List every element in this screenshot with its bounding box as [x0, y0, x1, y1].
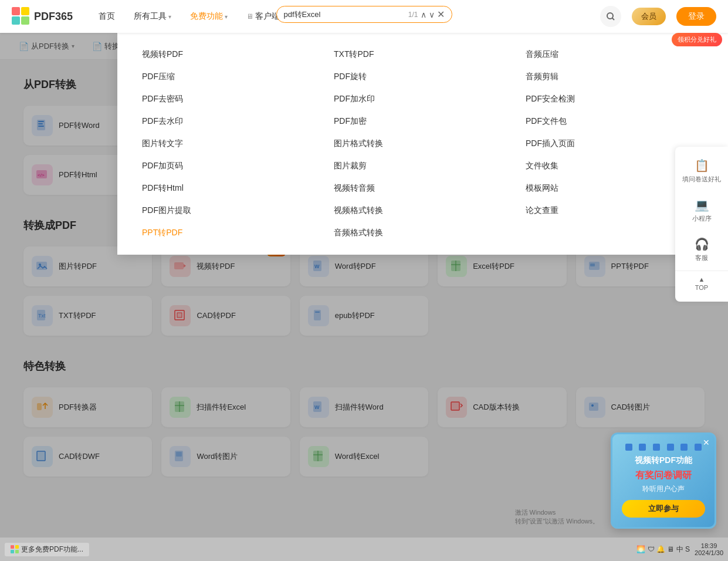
svg-rect-0: [12, 7, 20, 15]
dropdown-item-ppt[interactable]: PPT转PDF: [135, 223, 327, 243]
svg-rect-2: [12, 16, 20, 25]
taskbar-right: 🌅 🛡 🔔 🖥 中 S 18:39 2024/1/30: [636, 542, 723, 556]
deco: [653, 444, 660, 451]
promo-participate-btn[interactable]: 立即参与: [622, 500, 705, 518]
deco: [667, 444, 674, 451]
svg-rect-1: [21, 7, 29, 15]
dropdown-col-2: TXT转PDF PDF旋转 PDF加水印 PDF加密 图片格式转换 图片裁剪 视…: [327, 45, 519, 243]
logo[interactable]: PDF365: [12, 7, 73, 26]
top-label: TOP: [695, 284, 708, 291]
svg-rect-3: [21, 16, 29, 25]
customer-service-btn[interactable]: 🎧 客服: [675, 231, 728, 268]
taskbar: 更多免费PDF功能... 🌅 🛡 🔔 🖥 中 S 18:39 2024/1/30: [0, 538, 728, 561]
miniprogram-btn[interactable]: 💻 小程序: [675, 192, 728, 229]
clock-time: 18:39: [695, 542, 723, 549]
dropdown-item[interactable]: 音频格式转换: [327, 223, 519, 243]
deco: [695, 444, 702, 451]
svg-rect-56: [15, 545, 19, 549]
deco: [639, 444, 646, 451]
search-prev-btn[interactable]: ∧: [421, 10, 426, 19]
dropdown-menu: 视频转PDF PDF压缩 PDF去密码 PDF去水印 图片转文字 PDF加页码 …: [117, 33, 728, 255]
search-icon: [606, 12, 615, 21]
search-close-btn[interactable]: ✕: [437, 9, 445, 20]
promo-banner: ✕ 视频转PDF功能 有奖问卷调研 聆听用户心声 立即参与: [611, 432, 716, 529]
svg-rect-57: [11, 550, 14, 553]
member-button[interactable]: 会员: [632, 8, 666, 25]
search-count: 1/1: [408, 11, 418, 19]
logo-icon: [12, 7, 31, 26]
miniprogram-icon: 💻: [695, 198, 709, 212]
back-to-top-btn[interactable]: ▲ TOP: [675, 271, 728, 296]
taskbar-label: 更多免费PDF功能...: [21, 545, 83, 555]
dropdown-item[interactable]: PDF安全检测: [519, 89, 710, 109]
chevron-down-icon: ▾: [168, 13, 171, 20]
win-watermark-line2: 转到"设置"以激活 Windows。: [515, 517, 600, 526]
chevron-up-icon: ▲: [699, 276, 705, 283]
dropdown-item[interactable]: PDF文件包: [519, 111, 710, 131]
svg-line-5: [612, 18, 615, 21]
promo-title: 视频转PDF功能: [622, 455, 705, 466]
clock-date: 2024/1/30: [695, 549, 723, 556]
svg-rect-58: [15, 550, 19, 553]
deco: [625, 444, 632, 451]
dropdown-item[interactable]: 音频剪辑: [519, 67, 710, 87]
nav-free-features[interactable]: 免费功能 ▾: [182, 8, 236, 25]
login-button[interactable]: 登录: [676, 7, 716, 26]
taskbar-clock: 18:39 2024/1/30: [695, 542, 723, 556]
dropdown-item[interactable]: 图片格式转换: [327, 134, 519, 154]
taskbar-pdf365[interactable]: 更多免费PDF功能...: [5, 543, 89, 556]
dropdown-item[interactable]: PDF图片提取: [135, 201, 327, 221]
promo-desc: 聆听用户心声: [622, 484, 705, 494]
questionnaire-icon: 📋: [695, 158, 709, 173]
questionnaire-btn[interactable]: 📋 填问卷送好礼: [675, 153, 728, 190]
dropdown-item[interactable]: PDF压缩: [135, 67, 327, 87]
taskbar-icons: 🌅 🛡 🔔 🖥 中 S: [636, 545, 690, 555]
dropdown-item[interactable]: PDF转Html: [135, 178, 327, 198]
points-badge[interactable]: 领积分兑好礼: [672, 33, 722, 46]
search-bar: 1/1 ∧ ∨ ✕: [276, 6, 452, 23]
search-button[interactable]: [600, 6, 621, 27]
dropdown-item[interactable]: 音频压缩: [519, 45, 710, 65]
promo-subtitle: 有奖问卷调研: [622, 469, 705, 482]
dropdown-item[interactable]: 图片裁剪: [327, 156, 519, 176]
dropdown-item[interactable]: PDF加页码: [135, 156, 327, 176]
customer-service-label: 客服: [695, 254, 708, 262]
dropdown-item[interactable]: PDF加密: [327, 111, 519, 131]
win-watermark-line1: 激活 Windows: [515, 508, 600, 517]
right-sidebar: 📋 填问卷送好礼 💻 小程序 🎧 客服 ▲ TOP: [675, 147, 728, 302]
dropdown-item[interactable]: 视频转音频: [327, 178, 519, 198]
questionnaire-label: 填问卷送好礼: [682, 175, 721, 184]
search-next-btn[interactable]: ∨: [429, 10, 435, 19]
dropdown-item[interactable]: PDF旋转: [327, 67, 519, 87]
promo-close-btn[interactable]: ✕: [703, 438, 710, 447]
dropdown-item[interactable]: PDF加水印: [327, 89, 519, 109]
header: PDF365 首页 所有工具 ▾ 免费功能 ▾ 🖥 客户端下载 ▾ 大工具箱 文…: [0, 0, 728, 33]
dropdown-col-1: 视频转PDF PDF压缩 PDF去密码 PDF去水印 图片转文字 PDF加页码 …: [135, 45, 327, 243]
headset-icon: 🎧: [695, 237, 709, 251]
dropdown-item[interactable]: PDF去水印: [135, 111, 327, 131]
chevron-down-icon: ▾: [225, 13, 228, 20]
taskbar-icon: [11, 545, 19, 553]
windows-watermark: 激活 Windows 转到"设置"以激活 Windows。: [515, 508, 600, 526]
dropdown-item[interactable]: PDF去密码: [135, 89, 327, 109]
deco: [680, 444, 688, 451]
nav-all-tools[interactable]: 所有工具 ▾: [126, 8, 180, 25]
nav-home[interactable]: 首页: [90, 8, 123, 25]
dropdown-item[interactable]: 图片转文字: [135, 134, 327, 154]
logo-text: PDF365: [34, 11, 73, 23]
miniprogram-label: 小程序: [692, 214, 712, 223]
search-input[interactable]: [284, 10, 408, 19]
dropdown-item[interactable]: 视频转PDF: [135, 45, 327, 65]
dropdown-item[interactable]: TXT转PDF: [327, 45, 519, 65]
dropdown-item[interactable]: 视频格式转换: [327, 201, 519, 221]
svg-rect-55: [11, 545, 14, 549]
